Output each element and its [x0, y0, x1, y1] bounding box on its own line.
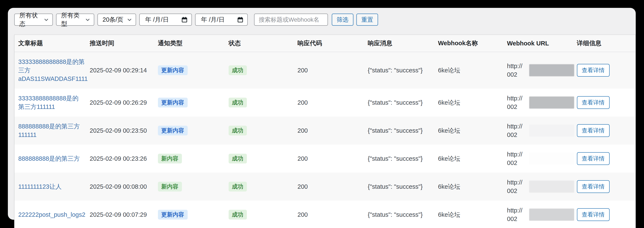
header-response-msg: 响应消息	[364, 35, 434, 52]
cell-webhook-url: http:// 002	[503, 200, 573, 228]
header-details: 详细信息	[573, 35, 636, 52]
cell-webhook-name: 6ke论坛	[434, 52, 503, 89]
cell-notify-type: 更新内容	[154, 52, 225, 89]
redacted-url-blur	[529, 153, 574, 165]
redacted-url-blur	[529, 64, 574, 76]
table-row: 1111111123让人 2025-02-09 00:08:00 新内容 成功 …	[14, 172, 636, 200]
header-article-title: 文章标题	[14, 35, 86, 52]
status-badge: 成功	[228, 66, 247, 75]
cell-response-message: {"status": "success"}	[364, 144, 434, 172]
view-details-button[interactable]: 查看详情	[577, 208, 610, 221]
table-row: 222222post_push_logs2 2025-02-09 00:07:2…	[14, 200, 636, 228]
cell-response-code: 200	[294, 172, 364, 200]
cell-notify-type: 新内容	[154, 144, 225, 172]
redacted-url-blur	[529, 209, 574, 221]
status-filter-value: 所有状态	[19, 11, 44, 28]
redacted-url-blur	[529, 124, 574, 137]
view-details-button[interactable]: 查看详情	[577, 152, 610, 165]
status-filter-select[interactable]: 所有状态	[14, 14, 53, 26]
type-filter-select[interactable]: 所有类型	[56, 14, 94, 26]
date-end-input[interactable]: 年 /月/日	[195, 14, 248, 26]
status-badge: 成功	[228, 154, 247, 164]
cell-details: 查看详情	[573, 88, 636, 116]
cell-details: 查看详情	[573, 116, 636, 144]
header-webhook-name: Webhook名称	[434, 35, 503, 52]
filter-button[interactable]: 筛选	[332, 14, 354, 26]
cell-webhook-name: 6ke论坛	[434, 144, 503, 172]
cell-details: 查看详情	[573, 200, 636, 228]
cell-push-time: 2025-02-09 00:07:29	[86, 200, 154, 228]
cell-webhook-url: http:// 002	[503, 88, 573, 116]
status-badge: 成功	[228, 98, 247, 108]
cell-article-title: 33333888888888是的第三方111111	[14, 88, 86, 116]
cell-article-title: 222222post_push_logs2	[14, 200, 86, 228]
table-row: 888888888是的第三方 2025-02-09 00:23:26 新内容 成…	[14, 144, 636, 172]
notify-type-badge: 更新内容	[158, 98, 188, 108]
cell-status: 成功	[225, 116, 294, 144]
logs-table: 文章标题 推送时间 通知类型 状态 响应代码 响应消息 Webhook名称 We…	[14, 34, 636, 228]
cell-status: 成功	[225, 52, 294, 89]
date-end-value: 年 /月/日	[201, 16, 224, 24]
cell-status: 成功	[225, 200, 294, 228]
cell-response-code: 200	[294, 116, 364, 144]
cell-response-code: 200	[294, 144, 364, 172]
logs-table-container: 文章标题 推送时间 通知类型 状态 响应代码 响应消息 Webhook名称 We…	[14, 34, 636, 228]
chevron-down-icon	[127, 17, 132, 22]
date-start-value: 年 /月/日	[145, 16, 169, 24]
date-start-input[interactable]: 年 /月/日	[139, 14, 192, 26]
cell-status: 成功	[225, 144, 294, 172]
cell-response-message: {"status": "success"}	[364, 172, 434, 200]
header-response-code: 响应代码	[294, 35, 364, 52]
cell-notify-type: 新内容	[154, 172, 225, 200]
view-details-button[interactable]: 查看详情	[577, 96, 610, 109]
cell-response-message: {"status": "success"}	[364, 116, 434, 144]
view-details-button[interactable]: 查看详情	[577, 64, 610, 77]
cell-status: 成功	[225, 88, 294, 116]
article-title-link[interactable]: 1111111123让人	[18, 182, 62, 191]
view-details-button[interactable]: 查看详情	[577, 124, 610, 137]
calendar-icon[interactable]	[237, 16, 244, 23]
cell-response-code: 200	[294, 200, 364, 228]
notify-type-badge: 更新内容	[158, 210, 188, 220]
cell-response-code: 200	[294, 88, 364, 116]
table-row: 33333888888888是的第三方aDAS11SWADDASF1111 20…	[14, 52, 636, 89]
cell-push-time: 2025-02-09 00:26:29	[86, 88, 154, 116]
cell-details: 查看详情	[573, 144, 636, 172]
per-page-value: 20条/页	[102, 16, 123, 24]
reset-button[interactable]: 重置	[356, 14, 378, 26]
cell-article-title: 1111111123让人	[14, 172, 86, 200]
status-badge: 成功	[228, 126, 247, 136]
per-page-select[interactable]: 20条/页	[98, 14, 136, 26]
cell-notify-type: 更新内容	[154, 88, 225, 116]
cell-details: 查看详情	[573, 172, 636, 200]
table-row: 33333888888888是的第三方111111 2025-02-09 00:…	[14, 88, 636, 116]
cell-webhook-url: http:// 002	[503, 172, 573, 200]
table-row: 888888888是的第三方111111 2025-02-09 00:23:50…	[14, 116, 636, 144]
article-title-link[interactable]: 33333888888888是的第三方111111	[18, 94, 82, 111]
cell-webhook-name: 6ke论坛	[434, 88, 503, 116]
cell-response-message: {"status": "success"}	[364, 88, 434, 116]
redacted-url-blur	[529, 96, 574, 109]
notify-type-badge: 更新内容	[158, 66, 188, 75]
header-status: 状态	[225, 35, 294, 52]
header-webhook-url: Webhook URL	[503, 35, 573, 52]
cell-push-time: 2025-02-09 00:08:00	[86, 172, 154, 200]
cell-status: 成功	[225, 172, 294, 200]
cell-push-time: 2025-02-09 00:23:50	[86, 116, 154, 144]
redacted-url-blur	[529, 181, 574, 193]
cell-response-message: {"status": "success"}	[364, 52, 434, 89]
article-title-link[interactable]: 888888888是的第三方111111	[18, 122, 82, 139]
cell-article-title: 888888888是的第三方	[14, 144, 86, 172]
calendar-icon[interactable]	[181, 16, 188, 23]
search-input[interactable]	[254, 14, 328, 26]
cell-webhook-name: 6ke论坛	[434, 116, 503, 144]
cell-article-title: 888888888是的第三方111111	[14, 116, 86, 144]
article-title-link[interactable]: 33333888888888是的第三方aDAS11SWADDASF1111	[18, 58, 88, 83]
article-title-link[interactable]: 222222post_push_logs2	[18, 210, 85, 219]
view-details-button[interactable]: 查看详情	[577, 180, 610, 193]
status-badge: 成功	[228, 182, 247, 192]
cell-response-message: {"status": "success"}	[364, 200, 434, 228]
chevron-down-icon	[85, 17, 90, 22]
article-title-link[interactable]: 888888888是的第三方	[18, 154, 80, 163]
filter-bar: 所有状态 所有类型 20条/页 年 /月/日	[14, 14, 629, 26]
